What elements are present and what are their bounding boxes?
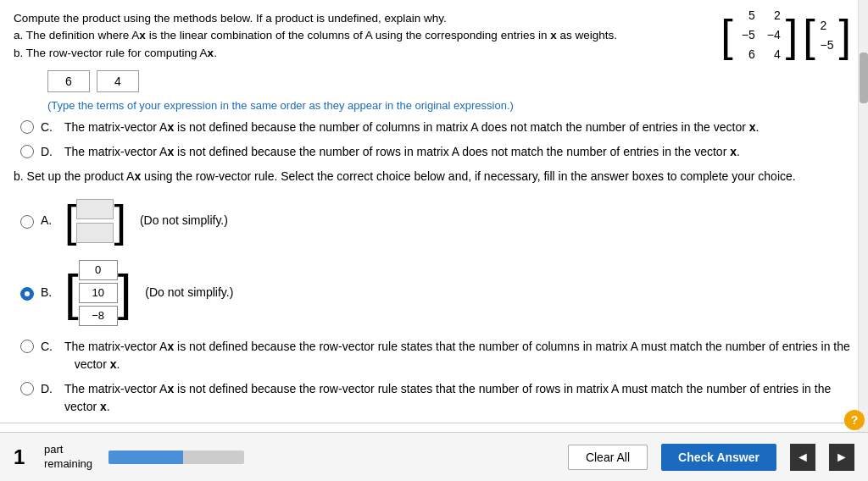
opt-b-bracket-left: [ [64,268,79,318]
radio-b-c[interactable] [20,340,34,353]
clear-all-button[interactable]: Clear All [568,445,648,470]
vector-x-cells: 2 −5 [821,17,834,54]
opt-a-do-not-simplify: (Do not simplify.) [140,212,228,229]
part-label-line1: part [44,443,95,457]
part-b-title: b. Set up the product Ax using the row-v… [14,168,854,185]
opt-a-cell-2[interactable] [76,223,114,243]
answer-box-2[interactable]: 4 [97,70,139,92]
opt-a-cells [76,194,114,248]
option-b-c-text: The matrix-vector Ax is not defined beca… [64,338,850,373]
vector-x-entry-1: −5 [821,36,834,54]
part-number: 1 [14,445,31,469]
option-d-text: The matrix-vector Ax is not defined beca… [64,143,740,161]
opt-a-cell-1[interactable] [76,199,114,219]
matrix-a-cell-10: −5 [738,26,755,44]
opt-b-cell-3[interactable]: −8 [79,306,118,326]
matrix-display: [ 5 2 −5 −4 6 4 ] [ 2 −5 ] [721,7,851,64]
option-b-d-text: The matrix-vector Ax is not defined beca… [64,380,854,416]
option-b-d-row: D. The matrix-vector Ax is not defined b… [14,380,854,416]
check-answer-button[interactable]: Check Answer [661,444,776,471]
opt-b-cells: 0 10 −8 [79,255,118,331]
radio-b-d[interactable] [20,382,34,395]
option-b-c-label: C. [41,338,58,356]
option-b-a-row: A. [ ] (Do not simplify.) [14,194,854,248]
help-icon[interactable]: ? [844,410,865,430]
vector-x-entry-0: 2 [821,17,834,35]
scrollbar-thumb[interactable] [860,53,868,103]
option-b-matrix: [ 0 10 −8 ] [64,255,131,331]
option-a-matrix: [ ] [64,194,126,248]
option-b-c-row: C. The matrix-vector Ax is not defined b… [14,338,854,373]
part-label-line2: remaining [44,457,95,472]
progress-bar-container [108,451,244,464]
part-label: part remaining [44,443,95,472]
opt-b-bracket-right: ] [118,268,132,318]
scrollbar[interactable] [858,0,868,432]
prev-button[interactable]: ◄ [790,444,815,471]
opt-a-bracket-right: ] [114,199,125,243]
option-c-row: C. The matrix-vector Ax is not defined b… [14,119,854,136]
option-b-a-label: A. [41,212,58,229]
option-b-d-label: D. [41,380,58,398]
vector-x-bracket-left: [ [803,14,815,58]
opt-a-bracket-left: [ [64,199,76,243]
matrix-a-cell-20: 6 [738,46,755,64]
option-b-b-row: B. [ 0 10 −8 ] (Do not simplify.) [14,255,854,331]
option-d-row: D. The matrix-vector Ax is not defined b… [14,143,854,161]
next-button[interactable]: ► [829,444,854,471]
opt-b-cell-2[interactable]: 10 [79,283,118,303]
option-d-label: D. [41,143,58,161]
matrix-a-cell-21: 4 [764,46,781,64]
matrix-a-cells: 5 2 −5 −4 6 4 [738,7,781,64]
option-b-b-label: B. [41,284,58,301]
radio-b-b[interactable] [20,287,34,301]
matrix-a-bracket-right: ] [786,14,798,58]
opt-b-cell-1[interactable]: 0 [79,260,118,280]
main-content: [ 5 2 −5 −4 6 4 ] [ 2 −5 ] Compute the p… [0,0,868,423]
part-a-answers: 6 4 [14,70,854,92]
vector-x-bracket-right: ] [839,14,851,58]
matrix-a-bracket-left: [ [721,14,732,58]
radio-b-a[interactable] [20,215,34,229]
matrix-a-cell-01: 2 [764,7,781,25]
radio-c[interactable] [20,120,34,134]
matrix-a-cell-00: 5 [738,7,755,25]
opt-b-do-not-simplify: (Do not simplify.) [145,284,233,301]
footer-bar: 1 part remaining Clear All Check Answer … [0,432,868,481]
option-c-label: C. [41,119,58,136]
matrix-a-cell-11: −4 [764,26,781,44]
hint-text: (Type the terms of your expression in th… [14,99,854,112]
radio-d[interactable] [20,145,34,158]
option-c-text: The matrix-vector Ax is not defined beca… [64,119,759,136]
answer-box-1[interactable]: 6 [47,70,90,92]
progress-bar-fill [108,451,183,464]
